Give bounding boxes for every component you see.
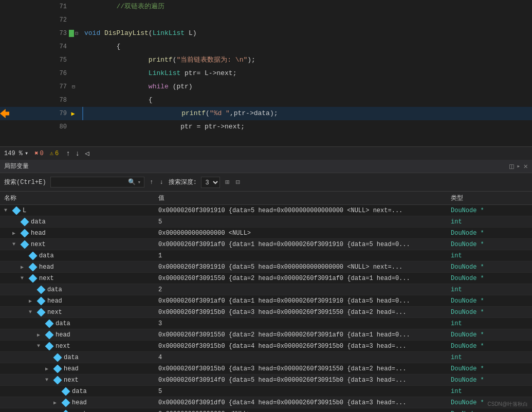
nav-controls[interactable]: ↑ ↓ ◁ [65, 149, 90, 158]
panel-header: 局部变量 ◫ ▸ ✕ [0, 160, 532, 173]
cell-type: DouNode * [451, 230, 528, 237]
close-icon[interactable]: ✕ [524, 162, 528, 171]
table-row[interactable]: ▶ head0x00000260f3091af0 {data=1 head=0x… [0, 295, 532, 307]
expand-arrow[interactable]: ▼ [45, 377, 51, 383]
table-row[interactable]: data2int [0, 284, 532, 295]
diamond-icon [29, 263, 38, 271]
line-number: 75 [51, 57, 67, 64]
table-row[interactable]: data4int [0, 352, 532, 363]
zoom-dropdown-icon[interactable]: ▾ [25, 149, 28, 157]
expand-arrow[interactable]: ▼ [21, 275, 27, 281]
line-number: 78 [51, 97, 67, 104]
diamond-icon [12, 207, 21, 215]
line-content: //双链表的遍历 [82, 0, 532, 13]
table-row[interactable]: ▶ head0x00000260f3091910 {data=5 head=0x… [0, 261, 532, 273]
warning-count: 6 [55, 150, 59, 157]
diamond-icon [21, 240, 29, 249]
expand-arrow[interactable]: ▶ [45, 366, 51, 372]
line-content: LinkList ptr= L->next; [82, 67, 532, 80]
table-row[interactable]: ▶ head0x00000260f3091df0 {data=4 head=0x… [0, 397, 532, 408]
expand-arrow[interactable]: ▼ [37, 343, 43, 349]
cell-type: DouNode * [451, 275, 528, 282]
table-header: 名称 值 类型 [0, 192, 532, 205]
expand-arrow[interactable]: ▼ [29, 309, 35, 315]
cell-value: 0x00000260f3091910 {data=5 head=0x000000… [158, 207, 451, 214]
expand-arrow[interactable]: ▶ [29, 298, 35, 304]
panel-arrow[interactable]: ▸ [517, 162, 520, 170]
search-depth-select[interactable]: 3 1 2 4 5 [201, 177, 220, 188]
diamond-icon [45, 342, 54, 350]
nav-down-button[interactable]: ↓ [75, 149, 81, 158]
table-row[interactable]: next0x0000000000000000 <NULL>DouNode [0, 408, 532, 412]
line-number: 80 [51, 123, 67, 130]
collapse-icon[interactable]: ⊟ [75, 30, 78, 36]
diamond-icon [21, 218, 29, 226]
watermark: CSDN@叶落秋白 [488, 401, 528, 408]
col-type: 类型 [451, 194, 528, 202]
node-icon [62, 387, 70, 396]
table-row[interactable]: data5int [0, 386, 532, 397]
nav-left-button[interactable]: ◁ [84, 149, 90, 158]
variable-name: next [31, 241, 46, 248]
variable-name: head [47, 297, 62, 305]
table-row[interactable]: data5int [0, 216, 532, 228]
grid-icon[interactable]: ⊟ [234, 177, 241, 188]
pin-icon[interactable]: ◫ [509, 162, 513, 171]
cell-name: ▼ next [4, 308, 158, 316]
expand-arrow[interactable]: ▼ [12, 241, 19, 247]
cell-value: 0x00000260f30915b0 {data=3 head=0x000002… [158, 309, 451, 316]
search-up-button[interactable]: ↑ [149, 179, 154, 186]
expand-arrow[interactable]: ▶ [53, 400, 60, 406]
variable-name: next [56, 343, 70, 350]
filter-icon[interactable]: ⊞ [224, 177, 230, 188]
table-row[interactable]: ▼ next0x00000260f3091af0 {data=1 head=0x… [0, 239, 532, 250]
diamond-icon [45, 320, 54, 328]
table-row[interactable]: data3int [0, 318, 532, 329]
table-row[interactable]: ▼ next0x00000260f30915b0 {data=4 head=0x… [0, 341, 532, 352]
cell-value: 0x00000260f3091af0 {data=1 head=0x000002… [158, 297, 451, 305]
search-label: 搜索(Ctrl+E) [4, 178, 46, 186]
search-dropdown[interactable]: ▾ [138, 179, 141, 185]
variable-name: head [39, 264, 54, 271]
table-row[interactable]: ▼ next0x00000260f3091550 {data=2 head=0x… [0, 273, 532, 284]
line-number: 79 [51, 110, 67, 117]
diamond-icon [21, 229, 29, 237]
table-row[interactable]: ▼ next0x00000260f30914f0 {data=5 head=0x… [0, 374, 532, 386]
node-icon [62, 399, 70, 407]
search-input-wrapper[interactable]: 🔍 ▾ [50, 177, 145, 188]
col-value: 值 [158, 194, 451, 202]
cell-name: data [4, 353, 158, 362]
cell-type: DouNode * [451, 241, 528, 248]
expand-arrow[interactable]: ▶ [12, 230, 19, 236]
diamond-icon [45, 331, 54, 339]
expand-arrow[interactable]: ▼ [4, 208, 10, 213]
collapse-icon[interactable]: ⊟ [72, 84, 75, 90]
search-input[interactable] [54, 179, 126, 186]
nav-up-button[interactable]: ↑ [65, 149, 71, 158]
node-icon [53, 365, 62, 373]
table-row[interactable]: ▶ head0x00000260f3091550 {data=2 head=0x… [0, 329, 532, 341]
code-line: 73⊟void DisPlayList(LinkList L) [0, 27, 532, 40]
cell-name: data [4, 320, 158, 328]
cell-value: 0x00000260f3091910 {data=5 head=0x000000… [158, 264, 451, 271]
cell-name: ▼ next [4, 376, 158, 384]
cell-name: data [4, 286, 158, 294]
table-row[interactable]: ▶ head0x0000000000000000 <NULL>DouNode * [0, 228, 532, 239]
panel-title: 局部变量 [4, 162, 29, 171]
cell-name: data [4, 252, 158, 260]
search-down-button[interactable]: ↓ [158, 179, 164, 186]
search-icon: 🔍 [128, 178, 136, 186]
zoom-control[interactable]: 149 % ▾ [4, 149, 28, 157]
panel-controls[interactable]: ◫ ▸ ✕ [509, 162, 528, 171]
cell-value: 5 [158, 218, 451, 226]
expand-arrow[interactable]: ▶ [37, 332, 43, 338]
warning-indicator: ⚠ 6 [50, 149, 59, 157]
table-row[interactable]: ▼ next0x00000260f30915b0 {data=3 head=0x… [0, 307, 532, 318]
expand-arrow[interactable]: ▶ [21, 264, 27, 270]
cell-name: ▶ head [4, 331, 158, 339]
diamond-icon [53, 376, 62, 384]
table-row[interactable]: ▶ head0x00000260f30915b0 {data=3 head=0x… [0, 363, 532, 374]
code-line: 80 ptr = ptr->next; [0, 120, 532, 134]
table-row[interactable]: ▼ L0x00000260f3091910 {data=5 head=0x000… [0, 205, 532, 216]
table-row[interactable]: data1int [0, 250, 532, 261]
